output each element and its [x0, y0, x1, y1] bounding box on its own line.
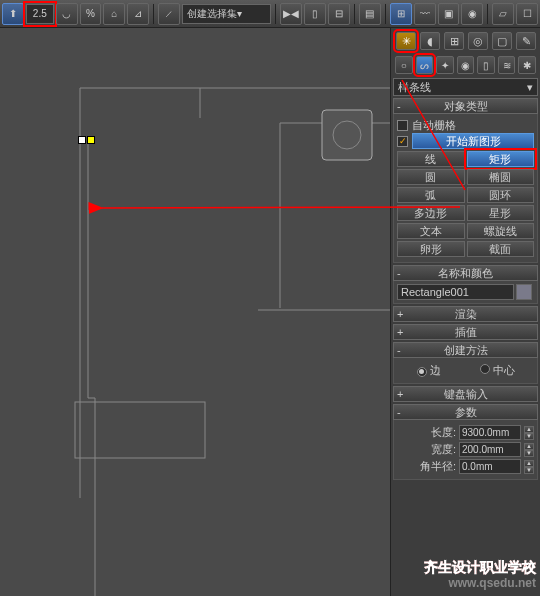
donut-button[interactable]: 圆环: [467, 187, 535, 203]
lights-subtab[interactable]: ✦: [436, 56, 454, 74]
interp-rollout-header[interactable]: +插值: [393, 324, 538, 340]
snap-strength-field[interactable]: 2.5: [26, 4, 54, 24]
object-type-rollout: -对象类型 自动栅格 ✓开始新图形 线矩形 圆椭圆 弧圆环 多边形星形 文本螺旋…: [393, 98, 538, 263]
name-color-rollout: -名称和颜色: [393, 265, 538, 304]
align-button[interactable]: ⊟: [328, 3, 350, 25]
svg-rect-10: [322, 110, 372, 160]
length-down[interactable]: ▼: [524, 433, 534, 440]
create-subtabs: ○ ᔕ ✦ ◉ ▯ ≋ ✱: [393, 54, 538, 76]
start-new-shape-button[interactable]: 开始新图形: [412, 133, 534, 149]
create-tab[interactable]: ✳: [396, 32, 416, 50]
hierarchy-tab[interactable]: ⊞: [444, 32, 464, 50]
corner-down[interactable]: ▼: [524, 467, 534, 474]
render-frame-button[interactable]: ☐: [516, 3, 538, 25]
center-radio-label[interactable]: 中心: [480, 363, 515, 378]
render-rollout-header[interactable]: +渲染: [393, 306, 538, 322]
star-button[interactable]: 星形: [467, 205, 535, 221]
arc-button[interactable]: 弧: [397, 187, 465, 203]
width-down[interactable]: ▼: [524, 450, 534, 457]
spacewarps-subtab[interactable]: ≋: [498, 56, 516, 74]
creation-method-header[interactable]: -创建方法: [393, 342, 538, 358]
params-rollout: -参数 长度:9300.0mm▲▼ 宽度:200.0mm▲▼ 角半径:0.0mm…: [393, 404, 538, 480]
graphite-button[interactable]: ⊞: [390, 3, 412, 25]
corner-up[interactable]: ▲: [524, 460, 534, 467]
curve-editor-button[interactable]: 〰: [414, 3, 436, 25]
creation-method-rollout: -创建方法 边 中心: [393, 342, 538, 384]
helpers-subtab[interactable]: ▯: [477, 56, 495, 74]
viewport[interactable]: [0, 28, 390, 596]
angle-snap-button[interactable]: ◡: [56, 3, 78, 25]
systems-subtab[interactable]: ✱: [518, 56, 536, 74]
display-tab[interactable]: ▢: [492, 32, 512, 50]
corner-label: 角半径:: [420, 459, 456, 474]
center-radio[interactable]: [480, 364, 490, 374]
spinner-snap-button[interactable]: ⌂: [103, 3, 125, 25]
cameras-subtab[interactable]: ◉: [457, 56, 475, 74]
width-up[interactable]: ▲: [524, 443, 534, 450]
line-button[interactable]: 线: [397, 151, 465, 167]
vertex-handle[interactable]: [78, 136, 86, 144]
length-spinner[interactable]: 9300.0mm: [459, 425, 521, 440]
watermark-url: www.qsedu.net: [424, 576, 536, 590]
mirror-button[interactable]: ▶◀: [280, 3, 302, 25]
motion-tab[interactable]: ◎: [468, 32, 488, 50]
helix-button[interactable]: 螺旋线: [467, 223, 535, 239]
watermark: 齐生设计职业学校 www.qsedu.net: [424, 559, 536, 590]
width-label: 宽度:: [431, 442, 456, 457]
category-dropdown[interactable]: 样条线: [393, 78, 538, 96]
material-editor-button[interactable]: ◉: [461, 3, 483, 25]
startnewshape-checkbox[interactable]: ✓: [397, 136, 408, 147]
geometry-subtab[interactable]: ○: [395, 56, 413, 74]
command-panel: ✳ ◖ ⊞ ◎ ▢ ✎ ○ ᔕ ✦ ◉ ▯ ≋ ✱ 样条线 -对象类型 自动栅格…: [390, 28, 540, 596]
align-left-button[interactable]: ▯: [304, 3, 326, 25]
schematic-button[interactable]: ▣: [438, 3, 460, 25]
corner-spinner[interactable]: 0.0mm: [459, 459, 521, 474]
object-color-swatch[interactable]: [516, 284, 532, 300]
snap-toggle-button[interactable]: ⬆: [2, 3, 24, 25]
layer-button[interactable]: ▤: [359, 3, 381, 25]
keyboard-rollout-header[interactable]: +键盘输入: [393, 386, 538, 402]
modify-tab[interactable]: ◖: [420, 32, 440, 50]
named-selection-icon[interactable]: ⟋: [158, 3, 180, 25]
rectangle-button[interactable]: 矩形: [467, 151, 535, 167]
length-label: 长度:: [431, 425, 456, 440]
render-setup-button[interactable]: ▱: [492, 3, 514, 25]
autogrid-checkbox[interactable]: [397, 120, 408, 131]
percent-snap-button[interactable]: %: [80, 3, 102, 25]
vertex-handle-selected[interactable]: [87, 136, 95, 144]
utilities-tab[interactable]: ✎: [516, 32, 536, 50]
edge-constraint-button[interactable]: ⊿: [127, 3, 149, 25]
object-type-header[interactable]: -对象类型: [393, 98, 538, 114]
object-name-input[interactable]: [397, 284, 514, 300]
shapes-subtab[interactable]: ᔕ: [416, 56, 434, 74]
section-button[interactable]: 截面: [467, 241, 535, 257]
main-toolbar: ⬆ 2.5 ◡ % ⌂ ⊿ ⟋ 创建选择集 ▾ ▶◀ ▯ ⊟ ▤ ⊞ 〰 ▣ ◉…: [0, 0, 540, 28]
text-button[interactable]: 文本: [397, 223, 465, 239]
autogrid-label: 自动栅格: [412, 118, 456, 133]
circle-button[interactable]: 圆: [397, 169, 465, 185]
name-color-header[interactable]: -名称和颜色: [393, 265, 538, 281]
width-spinner[interactable]: 200.0mm: [459, 442, 521, 457]
selection-set-dropdown[interactable]: 创建选择集 ▾: [182, 4, 271, 24]
params-header[interactable]: -参数: [393, 404, 538, 420]
command-panel-tabs: ✳ ◖ ⊞ ◎ ▢ ✎: [393, 30, 538, 54]
egg-button[interactable]: 卵形: [397, 241, 465, 257]
watermark-title: 齐生设计职业学校: [424, 559, 536, 576]
length-up[interactable]: ▲: [524, 426, 534, 433]
edge-radio-label[interactable]: 边: [417, 363, 441, 378]
ellipse-button[interactable]: 椭圆: [467, 169, 535, 185]
ngon-button[interactable]: 多边形: [397, 205, 465, 221]
edge-radio[interactable]: [417, 367, 427, 377]
